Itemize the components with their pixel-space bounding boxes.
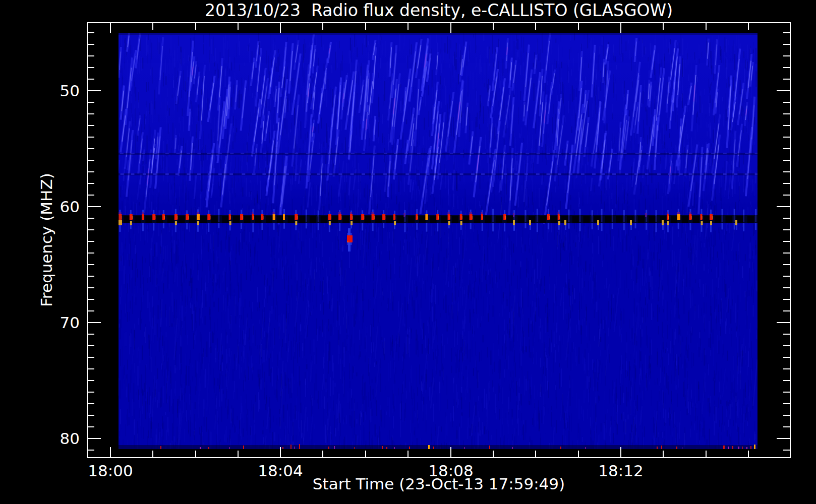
y-minor-tick: [88, 276, 94, 277]
y-minor-tick: [88, 415, 94, 416]
x-tick-label: 18:08: [416, 462, 486, 479]
y-minor-tick: [783, 229, 790, 230]
y-minor-tick: [88, 310, 94, 311]
y-minor-tick: [783, 102, 790, 103]
x-minor-tick: [493, 451, 494, 457]
y-minor-tick: [88, 67, 94, 68]
y-minor-tick: [783, 415, 790, 416]
y-minor-tick: [88, 264, 94, 265]
x-tick-label: 18:00: [75, 462, 146, 479]
y-minor-tick: [783, 299, 790, 300]
y-major-tick: [777, 206, 790, 207]
y-major-tick: [88, 438, 101, 439]
y-minor-tick: [783, 380, 790, 381]
y-minor-tick: [88, 113, 94, 114]
y-major-tick: [88, 90, 101, 91]
y-minor-tick: [783, 287, 790, 288]
y-minor-tick: [88, 125, 94, 126]
y-minor-tick: [88, 160, 94, 161]
y-axis-title: Frequency (MHZ): [37, 173, 55, 306]
y-minor-tick: [88, 137, 94, 138]
y-minor-tick: [88, 253, 94, 254]
y-minor-tick: [783, 403, 790, 404]
y-minor-tick: [88, 299, 94, 300]
y-minor-tick: [88, 241, 94, 242]
x-minor-tick: [365, 23, 366, 30]
y-minor-tick: [783, 264, 790, 265]
y-minor-tick: [88, 32, 94, 33]
x-major-tick: [110, 23, 111, 33]
x-major-tick: [280, 23, 281, 33]
x-major-tick: [620, 23, 621, 33]
y-minor-tick: [783, 183, 790, 184]
x-minor-tick: [706, 451, 707, 457]
y-minor-tick: [783, 125, 790, 126]
x-minor-tick: [578, 451, 579, 457]
y-minor-tick: [88, 44, 94, 45]
x-minor-tick: [322, 23, 323, 30]
y-minor-tick: [783, 253, 790, 254]
y-minor-tick: [783, 357, 790, 358]
chart-title: 2013/10/23 Radio flux density, e-CALLIST…: [87, 1, 791, 21]
y-minor-tick: [783, 137, 790, 138]
y-minor-tick: [783, 67, 790, 68]
x-minor-tick: [152, 451, 153, 457]
y-minor-tick: [783, 450, 790, 451]
y-tick-label: 50: [0, 82, 80, 99]
x-minor-tick: [407, 23, 409, 30]
y-major-tick: [777, 322, 790, 323]
y-minor-tick: [88, 426, 94, 427]
x-minor-tick: [195, 451, 196, 457]
y-minor-tick: [783, 392, 790, 393]
y-minor-tick: [88, 357, 94, 358]
x-minor-tick: [407, 451, 409, 457]
y-minor-tick: [88, 218, 94, 219]
x-minor-tick: [195, 23, 196, 30]
y-minor-tick: [88, 450, 94, 451]
y-minor-tick: [88, 392, 94, 393]
y-minor-tick: [88, 229, 94, 230]
x-minor-tick: [238, 451, 239, 457]
y-minor-tick: [783, 44, 790, 45]
x-minor-tick: [535, 451, 536, 457]
y-minor-tick: [783, 113, 790, 114]
y-tick-label: 70: [0, 314, 80, 331]
spectrogram-figure: 2013/10/23 Radio flux density, e-CALLIST…: [0, 0, 816, 504]
y-minor-tick: [783, 241, 790, 242]
y-minor-tick: [783, 276, 790, 277]
y-minor-tick: [783, 79, 790, 80]
x-major-tick: [110, 447, 111, 457]
y-minor-tick: [783, 334, 790, 335]
x-major-tick: [450, 447, 451, 457]
y-minor-tick: [783, 32, 790, 33]
x-major-tick: [620, 447, 621, 457]
y-minor-tick: [88, 183, 94, 184]
x-minor-tick: [706, 23, 707, 30]
y-minor-tick: [783, 148, 790, 149]
y-major-tick: [777, 90, 790, 91]
y-minor-tick: [88, 195, 94, 196]
y-minor-tick: [88, 55, 94, 56]
y-minor-tick: [88, 334, 94, 335]
x-tick-label: 18:04: [245, 462, 316, 479]
x-minor-tick: [663, 23, 664, 30]
y-minor-tick: [88, 287, 94, 288]
y-minor-tick: [783, 160, 790, 161]
y-minor-tick: [783, 171, 790, 172]
y-minor-tick: [88, 79, 94, 80]
x-minor-tick: [578, 23, 579, 30]
x-major-tick: [450, 23, 451, 33]
y-minor-tick: [783, 345, 790, 346]
y-minor-tick: [88, 171, 94, 172]
y-major-tick: [777, 438, 790, 439]
x-minor-tick: [365, 451, 366, 457]
y-tick-label: 80: [0, 430, 80, 447]
y-minor-tick: [783, 55, 790, 56]
x-minor-tick: [152, 23, 153, 30]
y-minor-tick: [783, 218, 790, 219]
x-minor-tick: [493, 23, 494, 30]
y-minor-tick: [783, 195, 790, 196]
x-minor-tick: [238, 23, 239, 30]
y-major-tick: [88, 206, 101, 207]
y-minor-tick: [783, 426, 790, 427]
